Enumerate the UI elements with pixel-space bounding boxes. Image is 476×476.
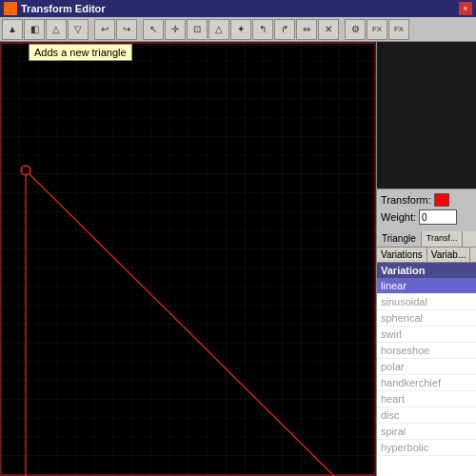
variation-item-horseshoe[interactable]: horseshoe	[377, 343, 476, 359]
undo-btn[interactable]: ↩	[94, 19, 115, 40]
tooltip: Adds a new triangle	[29, 44, 132, 61]
tabs-row2: Variations Variab...	[377, 248, 476, 263]
move-btn[interactable]: ✛	[165, 19, 186, 40]
flip-h-btn[interactable]: ↰	[252, 19, 273, 40]
flip-v-btn[interactable]: ↱	[274, 19, 295, 40]
tab-triangle[interactable]: Triangle	[377, 231, 422, 247]
preview-area	[377, 42, 476, 189]
variation-item-swirl[interactable]: swirl	[377, 327, 476, 343]
variation-item-linear[interactable]: linear	[377, 278, 476, 294]
mirror-btn[interactable]: ⇔	[296, 19, 317, 40]
weight-label: Weight:	[381, 211, 416, 223]
variation-item-polar[interactable]: polar	[377, 359, 476, 375]
edit-btn3[interactable]: △	[46, 19, 67, 40]
window-title: Transform Editor	[21, 3, 455, 14]
app-icon	[4, 2, 17, 15]
variation-header: Variation	[377, 263, 476, 278]
title-bar: Transform Editor ×	[0, 0, 476, 17]
weight-input[interactable]	[419, 209, 457, 225]
rotate-btn[interactable]: ⊡	[187, 19, 208, 40]
fx-btn2[interactable]: FX	[388, 19, 409, 40]
transform-color-swatch[interactable]	[434, 193, 449, 207]
toolbar: ▲ ◧ △ ▽ ↩ ↪ ↖ ✛ ⊡ △ ✦ ↰ ↱ ⇔ ✕ ⚙ FX FX	[0, 17, 476, 42]
right-panel: Transform: Weight: Triangle Transf... Va…	[376, 42, 476, 476]
close-button[interactable]: ×	[459, 2, 472, 15]
variation-item-spiral[interactable]: spiral	[377, 424, 476, 440]
sep2	[138, 19, 142, 40]
edit-btn2[interactable]: ◧	[24, 19, 45, 40]
new-triangle-btn[interactable]: ▲	[2, 19, 23, 40]
variation-item-disc[interactable]: disc	[377, 407, 476, 424]
transform-section: Transform: Weight:	[377, 189, 476, 231]
canvas-area[interactable]	[0, 42, 376, 476]
transform-label: Transform:	[381, 194, 431, 206]
orient-btn[interactable]: ✦	[230, 19, 251, 40]
tabs-row1: Triangle Transf...	[377, 231, 476, 248]
scale-btn[interactable]: △	[208, 19, 229, 40]
redo-btn[interactable]: ↪	[116, 19, 137, 40]
select-btn[interactable]: ↖	[143, 19, 164, 40]
delete-btn[interactable]: ✕	[318, 19, 339, 40]
svg-rect-0	[0, 42, 376, 476]
tab-variations[interactable]: Variations	[377, 248, 427, 262]
edit-btn4[interactable]: ▽	[68, 19, 89, 40]
sep3	[340, 19, 344, 40]
variation-item-handkerchief[interactable]: handkerchief	[377, 375, 476, 391]
fx-btn1[interactable]: FX	[367, 19, 387, 40]
variation-item-spherical[interactable]: spherical	[377, 310, 476, 327]
tab-transform[interactable]: Transf...	[422, 231, 464, 247]
weight-row: Weight:	[381, 209, 472, 225]
grid-svg	[0, 42, 376, 476]
gear-btn[interactable]: ⚙	[345, 19, 366, 40]
sep1	[89, 19, 93, 40]
variation-item-sinusoidal[interactable]: sinusoidal	[377, 294, 476, 310]
svg-rect-8	[22, 167, 30, 174]
main-layout: Transform: Weight: Triangle Transf... Va…	[0, 42, 476, 476]
tab-variables[interactable]: Variab...	[427, 248, 471, 262]
transform-row: Transform:	[381, 193, 472, 207]
variation-item-heart[interactable]: heart	[377, 391, 476, 407]
variation-item-hyperbolic[interactable]: hyperbolic	[377, 440, 476, 456]
variation-list[interactable]: Variation linearsinusoidalsphericalswirl…	[377, 263, 476, 476]
